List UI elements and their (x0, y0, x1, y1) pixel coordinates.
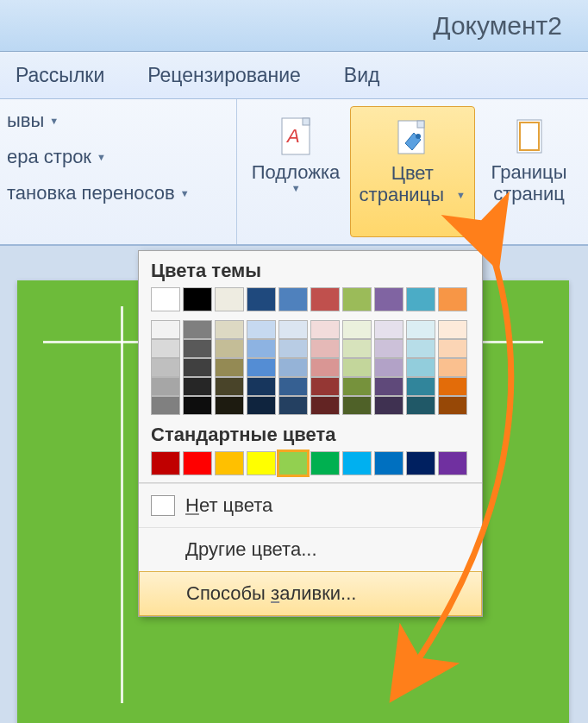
color-swatch[interactable] (406, 396, 435, 415)
color-swatch[interactable] (438, 287, 467, 311)
color-swatch[interactable] (278, 396, 308, 415)
tab-mailings[interactable]: Рассылки (16, 64, 104, 87)
color-swatch[interactable] (151, 358, 180, 377)
color-swatch[interactable] (151, 320, 180, 339)
color-swatch[interactable] (310, 377, 340, 396)
color-swatch[interactable] (183, 339, 212, 358)
color-swatch[interactable] (215, 358, 244, 377)
theme-tints-grid (139, 320, 482, 415)
color-swatch[interactable] (183, 358, 212, 377)
ribbon-tabs: Рассылки Рецензирование Вид (0, 52, 588, 99)
page-borders-icon (512, 113, 547, 161)
color-swatch[interactable] (342, 451, 372, 475)
svg-point-5 (416, 134, 421, 139)
color-swatch[interactable] (278, 339, 308, 358)
svg-text:A: A (285, 125, 300, 147)
tab-review[interactable]: Рецензирование (147, 64, 301, 87)
color-swatch[interactable] (215, 396, 244, 415)
tab-view[interactable]: Вид (344, 64, 380, 87)
chevron-down-icon: ▼ (291, 183, 301, 193)
color-swatch[interactable] (215, 339, 244, 358)
page-background-group: A Подложка ▼ Цвет страницы ▼ Границы стр… (237, 99, 588, 244)
page-color-button[interactable]: Цвет страницы ▼ (350, 106, 475, 237)
color-swatch[interactable] (215, 451, 244, 475)
color-swatch[interactable] (406, 451, 435, 475)
chevron-down-icon: ▼ (49, 116, 59, 126)
color-swatch[interactable] (374, 287, 403, 311)
color-swatch[interactable] (310, 320, 340, 339)
color-swatch[interactable] (278, 320, 308, 339)
no-color-option[interactable]: Нет цвета (139, 483, 482, 527)
color-swatch[interactable] (215, 320, 244, 339)
color-swatch[interactable] (406, 358, 435, 377)
color-swatch[interactable] (342, 358, 372, 377)
color-swatch[interactable] (374, 377, 403, 396)
color-swatch[interactable] (278, 451, 308, 475)
color-swatch[interactable] (374, 320, 403, 339)
standard-colors-label: Стандартные цвета (139, 415, 482, 451)
color-swatch[interactable] (183, 377, 212, 396)
color-swatch[interactable] (374, 396, 403, 415)
color-swatch[interactable] (342, 339, 372, 358)
color-swatch[interactable] (278, 287, 308, 311)
color-swatch[interactable] (151, 451, 180, 475)
color-swatch[interactable] (215, 377, 244, 396)
watermark-button[interactable]: A Подложка ▼ (242, 106, 350, 237)
color-swatch[interactable] (247, 451, 276, 475)
color-swatch[interactable] (151, 287, 180, 311)
color-swatch[interactable] (310, 358, 340, 377)
color-swatch[interactable] (342, 320, 372, 339)
page-borders-button[interactable]: Границы страниц (475, 106, 583, 237)
theme-colors-label: Цвета темы (139, 251, 482, 287)
color-swatch[interactable] (438, 451, 467, 475)
title-bar: Документ2 (0, 0, 588, 52)
color-swatch[interactable] (247, 287, 276, 311)
color-swatch[interactable] (278, 358, 308, 377)
fill-effects-option[interactable]: Способы заливки... (139, 571, 482, 616)
theme-colors-row (139, 287, 482, 311)
color-swatch[interactable] (183, 287, 212, 311)
hyphenation-button[interactable]: тановка переносов▼ (7, 182, 229, 204)
line-numbers-button[interactable]: ера строк▼ (7, 146, 229, 168)
watermark-icon: A (278, 113, 313, 161)
color-swatch[interactable] (342, 287, 372, 311)
color-swatch[interactable] (183, 320, 212, 339)
color-swatch[interactable] (151, 339, 180, 358)
color-swatch[interactable] (438, 396, 467, 415)
color-swatch[interactable] (374, 358, 403, 377)
color-swatch[interactable] (406, 287, 435, 311)
color-swatch[interactable] (151, 377, 180, 396)
color-swatch[interactable] (247, 358, 276, 377)
color-swatch[interactable] (406, 377, 435, 396)
color-swatch[interactable] (406, 320, 435, 339)
color-swatch[interactable] (310, 451, 340, 475)
color-swatch[interactable] (247, 396, 276, 415)
standard-colors-row (139, 451, 482, 475)
color-swatch[interactable] (310, 287, 340, 311)
color-swatch[interactable] (374, 451, 403, 475)
color-swatch[interactable] (342, 377, 372, 396)
color-swatch[interactable] (247, 377, 276, 396)
chevron-down-icon: ▼ (456, 190, 466, 201)
color-swatch[interactable] (310, 339, 340, 358)
color-swatch[interactable] (247, 320, 276, 339)
ribbon: ывы▼ ера строк▼ тановка переносов▼ A Под… (0, 99, 588, 246)
color-swatch[interactable] (342, 396, 372, 415)
color-swatch[interactable] (406, 339, 435, 358)
color-swatch[interactable] (247, 339, 276, 358)
color-swatch[interactable] (183, 451, 212, 475)
color-swatch[interactable] (438, 339, 467, 358)
color-swatch[interactable] (183, 396, 212, 415)
color-swatch[interactable] (151, 396, 180, 415)
color-swatch[interactable] (310, 396, 340, 415)
color-swatch[interactable] (374, 339, 403, 358)
more-colors-option[interactable]: Другие цвета... (139, 527, 482, 571)
breaks-button[interactable]: ывы▼ (7, 110, 229, 132)
color-swatch[interactable] (438, 358, 467, 377)
svg-rect-4 (417, 121, 424, 128)
color-swatch[interactable] (438, 377, 467, 396)
page-color-icon (393, 114, 431, 162)
color-swatch[interactable] (278, 377, 308, 396)
color-swatch[interactable] (215, 287, 244, 311)
color-swatch[interactable] (438, 320, 467, 339)
